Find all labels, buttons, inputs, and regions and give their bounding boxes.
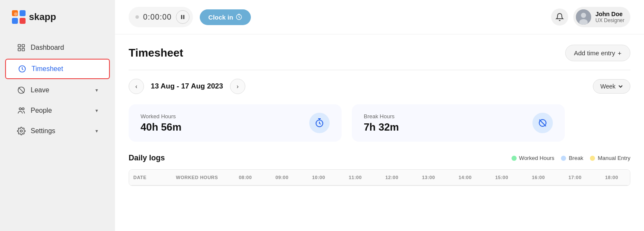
date-range-label: 13 Aug - 17 Aug 2023 <box>151 82 223 91</box>
svg-point-12 <box>19 108 21 110</box>
break-hours-label: Break Hours <box>364 113 399 120</box>
pause-icon <box>180 14 185 20</box>
page-title: Timesheet <box>129 46 183 60</box>
svg-rect-16 <box>183 15 184 19</box>
sidebar-item-people-label: People <box>31 107 52 114</box>
header-divider <box>129 70 630 70</box>
gear-icon <box>17 127 26 135</box>
legend-break: Break <box>561 155 583 161</box>
clock-in-label: Clock in <box>208 14 233 21</box>
clock-circle-icon <box>18 65 26 73</box>
avatar <box>576 9 591 25</box>
col-0900: 09:00 <box>264 170 300 185</box>
bell-off-icon <box>538 118 548 128</box>
bell-icon <box>555 13 564 21</box>
worked-hours-info: Worked Hours 40h 56m <box>141 113 181 133</box>
svg-rect-3 <box>20 18 26 24</box>
logo-icon <box>12 10 26 24</box>
prev-week-button[interactable]: ‹ <box>129 79 144 94</box>
worked-hours-icon <box>309 113 330 133</box>
break-hours-icon <box>532 113 553 133</box>
notification-button[interactable] <box>551 9 568 26</box>
worked-hours-dot <box>512 156 517 161</box>
topbar-right: John Doe UX Designer <box>551 7 630 27</box>
add-entry-label: Add time entry <box>574 49 615 57</box>
manual-entry-dot <box>590 156 595 161</box>
main-content: 0:00:00 Clock in <box>115 0 644 231</box>
legend-manual-entry-label: Manual Entry <box>598 155 630 161</box>
logo: skapp <box>0 10 115 37</box>
next-week-button[interactable]: › <box>230 79 245 94</box>
sidebar-item-leave[interactable]: Leave ▾ <box>5 81 110 100</box>
break-dot <box>561 156 566 161</box>
week-label: Week <box>600 83 615 90</box>
people-chevron-icon: ▾ <box>95 108 98 114</box>
user-info: John Doe UX Designer <box>595 11 624 23</box>
worked-hours-card: Worked Hours 40h 56m <box>129 104 342 142</box>
svg-rect-7 <box>18 48 21 51</box>
table-header: DATE WORKED HOURS 08:00 09:00 10:00 11:0… <box>129 170 630 185</box>
worked-hours-value: 40h 56m <box>141 121 181 133</box>
grid-icon <box>17 43 26 52</box>
daily-logs-title: Daily logs <box>129 154 165 163</box>
stats-row: Worked Hours 40h 56m Break Hours 7h 32m <box>129 104 630 142</box>
svg-rect-2 <box>12 18 18 24</box>
svg-point-4 <box>14 12 17 16</box>
sidebar-item-timesheet[interactable]: Timesheet <box>5 59 110 79</box>
timer-icon <box>236 14 242 20</box>
sidebar-item-dashboard-label: Dashboard <box>31 44 64 51</box>
topbar: 0:00:00 Clock in <box>115 0 644 34</box>
people-icon <box>17 106 26 115</box>
col-worked-hours: WORKED HOURS <box>172 170 227 185</box>
avatar-image <box>576 9 591 25</box>
col-1400: 14:00 <box>447 170 483 185</box>
col-1100: 11:00 <box>337 170 374 185</box>
svg-rect-1 <box>20 10 26 16</box>
date-navigation: ‹ 13 Aug - 17 Aug 2023 › Week <box>129 79 630 94</box>
chevron-down-icon <box>618 84 623 89</box>
col-1300: 13:00 <box>410 170 447 185</box>
svg-point-13 <box>22 108 24 110</box>
col-1500: 15:00 <box>483 170 520 185</box>
svg-rect-5 <box>18 45 21 47</box>
svg-rect-6 <box>22 45 25 47</box>
svg-point-14 <box>20 130 23 132</box>
user-profile[interactable]: John Doe UX Designer <box>573 7 630 27</box>
clock-display: 0:00:00 <box>143 13 172 22</box>
settings-chevron-icon: ▾ <box>95 128 98 134</box>
col-1000: 10:00 <box>300 170 337 185</box>
clock-dot <box>135 15 139 19</box>
content-area: Timesheet Add time entry + ‹ 13 Aug - 17… <box>115 34 644 231</box>
svg-rect-8 <box>22 48 25 51</box>
date-nav-left: ‹ 13 Aug - 17 Aug 2023 › <box>129 79 245 94</box>
svg-line-11 <box>19 88 24 93</box>
leave-chevron-icon: ▾ <box>95 87 98 93</box>
app-name: skapp <box>29 11 56 23</box>
daily-logs-header: Daily logs Worked Hours Break Manual Ent… <box>129 154 630 163</box>
stopwatch-icon <box>314 118 325 128</box>
user-name: John Doe <box>595 11 624 17</box>
add-time-entry-button[interactable]: Add time entry + <box>565 45 630 61</box>
daily-logs-table: DATE WORKED HOURS 08:00 09:00 10:00 11:0… <box>129 169 630 186</box>
legend-worked-hours-label: Worked Hours <box>519 155 555 161</box>
worked-hours-label: Worked Hours <box>141 113 181 120</box>
sidebar-item-timesheet-label: Timesheet <box>32 65 63 73</box>
sidebar-item-dashboard[interactable]: Dashboard <box>5 38 110 57</box>
svg-rect-15 <box>181 15 182 19</box>
user-role: UX Designer <box>595 17 624 23</box>
legend-worked-hours: Worked Hours <box>512 155 555 161</box>
sidebar-item-leave-label: Leave <box>31 86 49 94</box>
content-header: Timesheet Add time entry + <box>129 45 630 61</box>
col-0800: 08:00 <box>227 170 264 185</box>
col-1200: 12:00 <box>374 170 410 185</box>
clock-in-button[interactable]: Clock in <box>200 9 251 25</box>
sidebar-item-people[interactable]: People ▾ <box>5 101 110 120</box>
legend-break-label: Break <box>569 155 583 161</box>
add-entry-plus: + <box>618 49 621 57</box>
col-1700: 17:00 <box>557 170 593 185</box>
sidebar-item-settings[interactable]: Settings ▾ <box>5 122 110 140</box>
legend: Worked Hours Break Manual Entry <box>512 155 630 161</box>
clock-widget: 0:00:00 <box>129 7 193 27</box>
pause-button[interactable] <box>176 10 190 24</box>
week-selector-button[interactable]: Week <box>593 79 630 94</box>
